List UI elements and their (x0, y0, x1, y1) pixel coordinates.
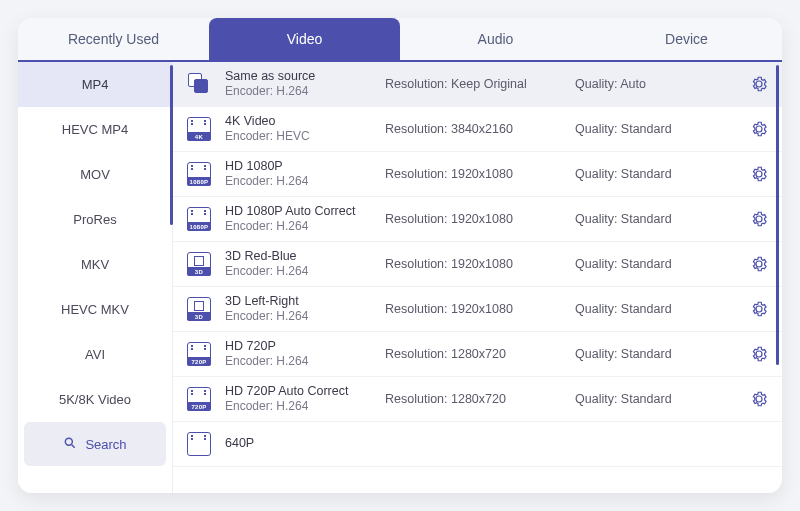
film-icon: 1080P (187, 207, 211, 231)
format-item-avi[interactable]: AVI (18, 332, 172, 377)
preset-resolution: Resolution: 1920x1080 (385, 212, 575, 226)
format-item-5k8k[interactable]: 5K/8K Video (18, 377, 172, 422)
gear-icon[interactable] (750, 75, 768, 93)
svg-point-0 (66, 438, 73, 445)
body: MP4 HEVC MP4 MOV ProRes MKV HEVC MKV AVI… (18, 62, 782, 493)
preset-text: 3D Left-RightEncoder: H.264 (225, 294, 385, 325)
preset-encoder: Encoder: H.264 (225, 84, 385, 99)
preset-encoder: Encoder: H.264 (225, 264, 385, 279)
preset-quality: Quality: Auto (575, 77, 750, 91)
tab-device[interactable]: Device (591, 18, 782, 60)
svg-line-1 (72, 444, 75, 447)
preset-resolution: Resolution: 3840x2160 (385, 122, 575, 136)
cube-3d-icon: 3D (187, 297, 211, 321)
preset-text: HD 720P Auto CorrectEncoder: H.264 (225, 384, 385, 415)
preset-row[interactable]: 1080PHD 1080PEncoder: H.264Resolution: 1… (173, 152, 782, 197)
preset-row[interactable]: 3D3D Red-BlueEncoder: H.264Resolution: 1… (173, 242, 782, 287)
film-icon (187, 432, 211, 456)
preset-row[interactable]: 3D3D Left-RightEncoder: H.264Resolution:… (173, 287, 782, 332)
preset-resolution: Resolution: 1280x720 (385, 392, 575, 406)
copy-icon (188, 73, 210, 95)
preset-title: 3D Red-Blue (225, 249, 385, 265)
preset-title: 640P (225, 436, 385, 452)
top-tabbar: Recently Used Video Audio Device (18, 18, 782, 62)
gear-icon[interactable] (750, 120, 768, 138)
preset-text: Same as sourceEncoder: H.264 (225, 69, 385, 100)
preset-resolution: Resolution: Keep Original (385, 77, 575, 91)
preset-quality: Quality: Standard (575, 257, 750, 271)
preset-title: HD 1080P (225, 159, 385, 175)
preset-title: HD 720P Auto Correct (225, 384, 385, 400)
preset-text: HD 720PEncoder: H.264 (225, 339, 385, 370)
film-icon: 4K (187, 117, 211, 141)
film-icon: 1080P (187, 162, 211, 186)
preset-icon: 1080P (183, 158, 215, 190)
preset-title: 4K Video (225, 114, 385, 130)
search-label: Search (85, 437, 126, 452)
format-item-mov[interactable]: MOV (18, 152, 172, 197)
preset-list: Same as sourceEncoder: H.264Resolution: … (173, 62, 782, 493)
preset-quality: Quality: Standard (575, 122, 750, 136)
tab-audio[interactable]: Audio (400, 18, 591, 60)
preset-title: 3D Left-Right (225, 294, 385, 310)
preset-scrollbar[interactable] (776, 65, 779, 365)
preset-resolution: Resolution: 1920x1080 (385, 257, 575, 271)
preset-icon: 3D (183, 248, 215, 280)
preset-quality: Quality: Standard (575, 392, 750, 406)
preset-text: 640P (225, 436, 385, 452)
gear-icon[interactable] (750, 300, 768, 318)
preset-encoder: Encoder: H.264 (225, 354, 385, 369)
preset-encoder: Encoder: H.264 (225, 399, 385, 414)
format-item-mkv[interactable]: MKV (18, 242, 172, 287)
preset-row[interactable]: 4K4K VideoEncoder: HEVCResolution: 3840x… (173, 107, 782, 152)
preset-row[interactable]: Same as sourceEncoder: H.264Resolution: … (173, 62, 782, 107)
format-sidebar: MP4 HEVC MP4 MOV ProRes MKV HEVC MKV AVI… (18, 62, 173, 493)
preset-encoder: Encoder: HEVC (225, 129, 385, 144)
preset-row[interactable]: 720PHD 720PEncoder: H.264Resolution: 128… (173, 332, 782, 377)
preset-icon (183, 428, 215, 460)
preset-encoder: Encoder: H.264 (225, 309, 385, 324)
search-button[interactable]: Search (24, 422, 166, 466)
preset-icon (183, 68, 215, 100)
preset-title: Same as source (225, 69, 385, 85)
preset-encoder: Encoder: H.264 (225, 174, 385, 189)
preset-icon: 720P (183, 383, 215, 415)
preset-resolution: Resolution: 1920x1080 (385, 302, 575, 316)
gear-icon[interactable] (750, 390, 768, 408)
gear-icon[interactable] (750, 255, 768, 273)
preset-icon: 1080P (183, 203, 215, 235)
preset-encoder: Encoder: H.264 (225, 219, 385, 234)
preset-text: HD 1080P Auto CorrectEncoder: H.264 (225, 204, 385, 235)
preset-quality: Quality: Standard (575, 212, 750, 226)
cube-3d-icon: 3D (187, 252, 211, 276)
preset-row[interactable]: 640P (173, 422, 782, 467)
preset-quality: Quality: Standard (575, 167, 750, 181)
gear-icon[interactable] (750, 210, 768, 228)
search-icon (63, 436, 77, 453)
preset-quality: Quality: Standard (575, 302, 750, 316)
preset-resolution: Resolution: 1280x720 (385, 347, 575, 361)
preset-resolution: Resolution: 1920x1080 (385, 167, 575, 181)
preset-quality: Quality: Standard (575, 347, 750, 361)
film-icon: 720P (187, 342, 211, 366)
preset-row[interactable]: 1080PHD 1080P Auto CorrectEncoder: H.264… (173, 197, 782, 242)
preset-icon: 720P (183, 338, 215, 370)
preset-icon: 3D (183, 293, 215, 325)
gear-icon[interactable] (750, 345, 768, 363)
tab-video[interactable]: Video (209, 18, 400, 60)
format-item-hevc-mp4[interactable]: HEVC MP4 (18, 107, 172, 152)
preset-text: 3D Red-BlueEncoder: H.264 (225, 249, 385, 280)
tab-recently-used[interactable]: Recently Used (18, 18, 209, 60)
preset-icon: 4K (183, 113, 215, 145)
preset-title: HD 720P (225, 339, 385, 355)
preset-text: HD 1080PEncoder: H.264 (225, 159, 385, 190)
format-item-prores[interactable]: ProRes (18, 197, 172, 242)
preset-row[interactable]: 720PHD 720P Auto CorrectEncoder: H.264Re… (173, 377, 782, 422)
format-item-mp4[interactable]: MP4 (18, 62, 172, 107)
format-picker-window: Recently Used Video Audio Device MP4 HEV… (18, 18, 782, 493)
gear-icon[interactable] (750, 165, 768, 183)
format-item-hevc-mkv[interactable]: HEVC MKV (18, 287, 172, 332)
preset-text: 4K VideoEncoder: HEVC (225, 114, 385, 145)
film-icon: 720P (187, 387, 211, 411)
preset-title: HD 1080P Auto Correct (225, 204, 385, 220)
